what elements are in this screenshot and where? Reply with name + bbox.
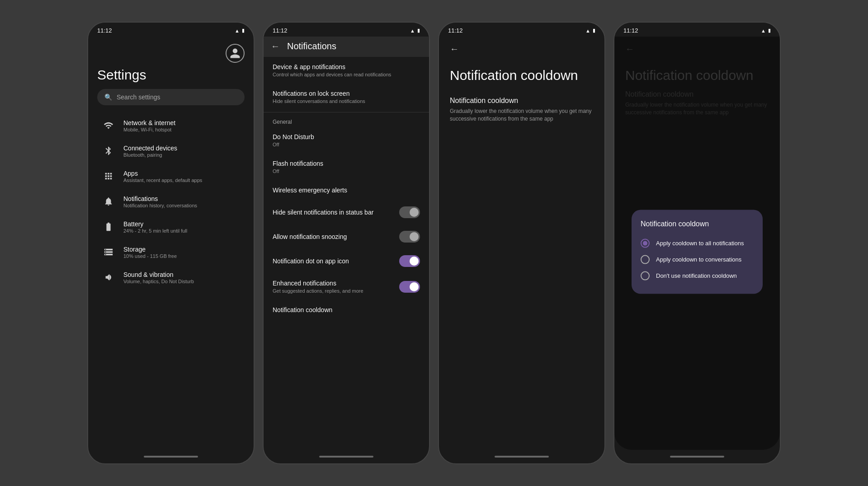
settings-item-apps[interactable]: Apps Assistant, recent apps, default app… — [97, 164, 245, 188]
network-label: Network & internet — [123, 119, 175, 126]
enhanced-toggle[interactable] — [399, 281, 420, 293]
wifi-icon — [101, 118, 116, 133]
status-icons-2: ▲ ▮ — [410, 28, 420, 33]
search-placeholder: Search settings — [117, 93, 160, 101]
radio-option-all[interactable]: Apply cooldown to all notifications — [641, 235, 754, 251]
storage-text: Storage 10% used - 115 GB free — [123, 246, 177, 259]
dnd-sub: Off — [273, 142, 420, 147]
storage-label: Storage — [123, 246, 177, 253]
enhanced-title: Enhanced notifications — [273, 280, 399, 287]
snoozing-item[interactable]: Allow notification snoozing — [264, 224, 429, 249]
radio-label-all: Apply cooldown to all notifications — [656, 240, 744, 247]
enhanced-sub: Get suggested actions, replies, and more — [273, 288, 399, 294]
storage-icon — [101, 244, 116, 260]
page-title: Settings — [97, 67, 245, 83]
settings-item-notifications[interactable]: Notifications Notification history, conv… — [97, 189, 245, 214]
status-icons-4: ▲ ▮ — [761, 28, 771, 33]
general-section-label: General — [264, 114, 429, 127]
status-bar-2: 11:12 ▲ ▮ — [264, 23, 429, 37]
radio-circle-none — [641, 271, 650, 280]
settings-item-network[interactable]: Network & internet Mobile, Wi-Fi, hotspo… — [97, 113, 245, 138]
phone-3-frame: 11:12 ▲ ▮ ← Notification cooldown Notifi… — [438, 22, 605, 464]
sound-sub: Volume, haptics, Do Not Disturb — [123, 279, 194, 284]
sound-icon — [101, 270, 116, 285]
nav-bar-4 — [614, 450, 780, 463]
settings-list: Network & internet Mobile, Wi-Fi, hotspo… — [97, 113, 245, 290]
hide-silent-toggle[interactable] — [399, 206, 420, 218]
divider-1 — [264, 112, 429, 112]
camera-dot-1 — [169, 26, 173, 31]
notif-dot-left: Notification dot on app icon — [273, 257, 399, 265]
wifi-icon-3: ▲ — [585, 28, 590, 33]
phone-4-frame: 11:12 ▲ ▮ ← Notification cooldown Notifi… — [613, 22, 781, 464]
time-3: 11:12 — [448, 27, 463, 34]
battery-icon-3: ▮ — [593, 28, 595, 33]
notif-dot-item[interactable]: Notification dot on app icon — [264, 249, 429, 273]
status-icons-3: ▲ ▮ — [585, 28, 595, 33]
settings-item-connected[interactable]: Connected devices Bluetooth, pairing — [97, 139, 245, 163]
status-icons-1: ▲ ▮ — [235, 28, 245, 33]
hide-silent-left: Hide silent notifications in status bar — [273, 209, 399, 216]
wifi-icon-2: ▲ — [410, 28, 415, 33]
apps-icon — [101, 168, 116, 184]
battery-icon — [101, 219, 116, 234]
do-not-disturb-item[interactable]: Do Not Disturb Off — [264, 127, 429, 154]
time-1: 11:12 — [97, 27, 112, 34]
emergency-alerts-item[interactable]: Wireless emergency alerts — [264, 180, 429, 200]
hide-silent-item[interactable]: Hide silent notifications in status bar — [264, 200, 429, 224]
lock-screen-notifications-item[interactable]: Notifications on lock screen Hide silent… — [264, 84, 429, 110]
connected-label: Connected devices — [123, 145, 177, 152]
camera-dot-2 — [344, 26, 349, 31]
cooldown-dialog: Notification cooldown Apply cooldown to … — [632, 210, 763, 294]
camera-dot-3 — [519, 26, 524, 31]
enhanced-left: Enhanced notifications Get suggested act… — [273, 280, 399, 294]
dialog-title: Notification cooldown — [641, 220, 754, 228]
nav-pill-1 — [144, 456, 198, 458]
apps-text: Apps Assistant, recent apps, default app… — [123, 170, 202, 183]
settings-item-storage[interactable]: Storage 10% used - 115 GB free — [97, 240, 245, 264]
radio-label-conversations: Apply cooldown to conversations — [656, 256, 741, 263]
radio-circle-all — [641, 238, 650, 248]
notifications-header-title: Notifications — [287, 41, 336, 51]
device-app-notifications-item[interactable]: Device & app notifications Control which… — [264, 57, 429, 84]
settings-item-sound[interactable]: Sound & vibration Volume, haptics, Do No… — [97, 265, 245, 290]
search-icon: 🔍 — [104, 93, 112, 101]
cooldown-section-title: Notification cooldown — [450, 97, 594, 105]
phone3-content: ← Notification cooldown Notification coo… — [439, 37, 604, 450]
account-circle-icon — [229, 47, 241, 59]
phone4-content: ← Notification cooldown Notification coo… — [614, 37, 780, 450]
settings-item-battery[interactable]: Battery 24% - 2 hr, 5 min left until ful… — [97, 215, 245, 239]
phone-1-frame: 11:12 ▲ ▮ Settings 🔍 Search settings — [87, 22, 255, 464]
notif-dot-toggle[interactable] — [399, 255, 420, 267]
nav-bar-1 — [88, 450, 254, 463]
notifications-icon — [101, 194, 116, 209]
snoozing-title: Allow notification snoozing — [273, 233, 399, 240]
apps-sub: Assistant, recent apps, default apps — [123, 178, 202, 183]
status-bar-4: 11:12 ▲ ▮ — [614, 23, 780, 37]
time-4: 11:12 — [623, 27, 638, 34]
radio-option-none[interactable]: Don't use notification cooldown — [641, 267, 754, 284]
avatar[interactable] — [226, 44, 245, 63]
camera-dot-4 — [695, 26, 699, 31]
dnd-title: Do Not Disturb — [273, 133, 420, 140]
enhanced-notif-item[interactable]: Enhanced notifications Get suggested act… — [264, 273, 429, 300]
flash-notifications-item[interactable]: Flash notifications Off — [264, 154, 429, 180]
flash-title: Flash notifications — [273, 160, 420, 167]
snoozing-toggle[interactable] — [399, 231, 420, 243]
status-bar-3: 11:12 ▲ ▮ — [439, 23, 604, 37]
cooldown-item[interactable]: Notification cooldown — [264, 300, 429, 320]
back-button-3[interactable]: ← — [450, 44, 594, 54]
cooldown-section: Notification cooldown Gradually lower th… — [450, 97, 594, 123]
search-bar[interactable]: 🔍 Search settings — [97, 89, 245, 105]
nav-pill-2 — [319, 456, 373, 458]
radio-label-none: Don't use notification cooldown — [656, 272, 737, 279]
network-sub: Mobile, Wi-Fi, hotspot — [123, 127, 175, 132]
sound-text: Sound & vibration Volume, haptics, Do No… — [123, 271, 194, 284]
back-button-2[interactable]: ← — [271, 41, 280, 51]
bluetooth-icon — [101, 143, 116, 159]
notif-dot-title: Notification dot on app icon — [273, 257, 399, 265]
radio-option-conversations[interactable]: Apply cooldown to conversations — [641, 251, 754, 267]
cooldown-section-sub: Gradually lower the notification volume … — [450, 107, 594, 123]
device-app-title: Device & app notifications — [273, 63, 420, 70]
storage-sub: 10% used - 115 GB free — [123, 253, 177, 259]
